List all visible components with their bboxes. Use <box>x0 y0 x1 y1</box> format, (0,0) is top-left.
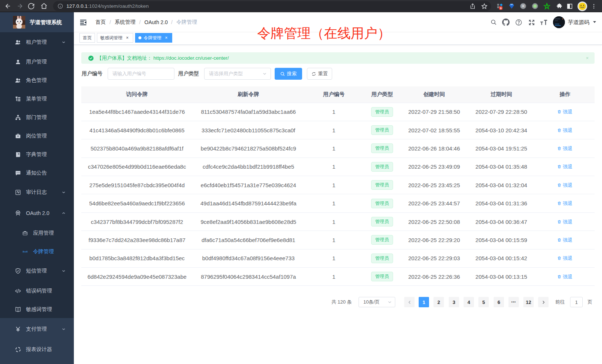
svg-text:⌘: ⌘ <box>521 4 525 8</box>
svg-text:9: 9 <box>500 6 501 10</box>
